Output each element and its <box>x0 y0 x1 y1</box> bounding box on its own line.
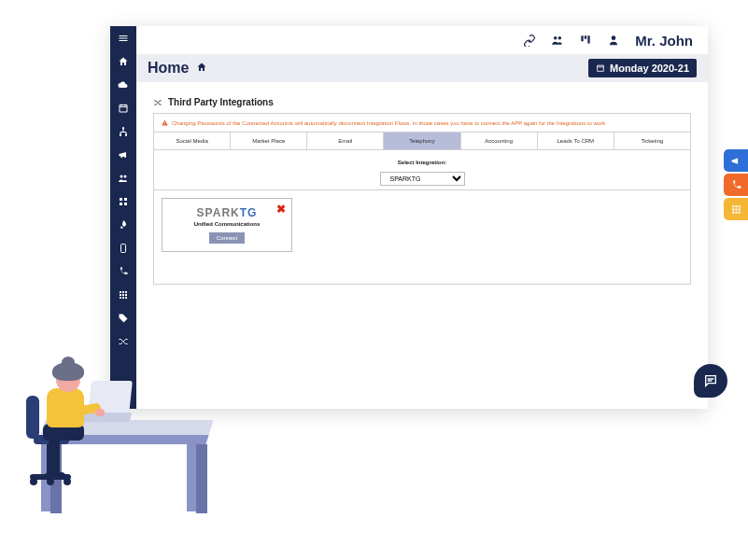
tab-email[interactable]: Email <box>307 133 384 149</box>
dashboard-icon[interactable] <box>579 34 592 47</box>
sidebar <box>110 26 136 409</box>
fab-announce-icon[interactable] <box>724 149 748 172</box>
topbar: Mr. John <box>136 26 708 54</box>
link-icon[interactable] <box>523 34 536 47</box>
close-icon[interactable]: ✖ <box>276 203 286 216</box>
side-fab-column <box>724 149 748 220</box>
user-name[interactable]: Mr. John <box>635 33 693 49</box>
home-icon[interactable] <box>117 55 130 68</box>
users-icon[interactable] <box>117 172 130 185</box>
date-badge[interactable]: Monday 2020-21 <box>588 59 697 77</box>
warning-banner: Changing Passwords of the Connected Acco… <box>154 114 690 133</box>
phone-icon[interactable] <box>117 265 130 278</box>
tab-row: Social Media Market Place Email Telephon… <box>154 133 690 150</box>
rocket-icon[interactable] <box>117 218 130 231</box>
tab-ticketing[interactable]: Ticketing <box>614 133 690 149</box>
app-window: Mr. John Home Monday 2020-21 Third Party… <box>110 26 708 409</box>
fab-call-icon[interactable] <box>724 174 748 196</box>
tab-social-media[interactable]: Social Media <box>154 133 231 149</box>
tab-telephony[interactable]: Telephony <box>384 133 460 149</box>
desk-illustration <box>6 355 211 551</box>
tab-accounting[interactable]: Accounting <box>461 133 538 149</box>
apps-icon[interactable] <box>117 288 130 301</box>
cards-area: ✖ SPARKTG Unified Communications Connect <box>154 190 690 284</box>
menu-icon[interactable] <box>117 32 130 45</box>
calendar-icon[interactable] <box>117 102 130 115</box>
integration-card: ✖ SPARKTG Unified Communications Connect <box>162 198 292 252</box>
integrations-panel: Changing Passwords of the Connected Acco… <box>153 113 691 285</box>
tab-market-place[interactable]: Market Place <box>231 133 307 149</box>
warning-icon <box>162 119 168 126</box>
breadcrumb-home-icon[interactable] <box>196 60 207 77</box>
chat-icon <box>703 373 718 388</box>
connect-button[interactable]: Connect <box>209 232 245 244</box>
card-brand: SPARKTG <box>170 206 284 219</box>
panel-title: Third Party Integrations <box>153 97 691 107</box>
shuffle-small-icon <box>153 98 162 107</box>
fab-grid-icon[interactable] <box>724 198 748 220</box>
grid-icon[interactable] <box>117 195 130 208</box>
select-row: Select Integration: SPARKTG <box>154 150 690 190</box>
main-area: Mr. John Home Monday 2020-21 Third Party… <box>136 26 708 409</box>
tab-leads-to-crm[interactable]: Leads To CRM <box>538 133 614 149</box>
chat-button[interactable] <box>694 364 727 398</box>
page-bar: Home Monday 2020-21 <box>136 54 708 82</box>
warning-text: Changing Passwords of the Connected Acco… <box>172 120 605 126</box>
mobile-icon[interactable] <box>117 242 130 255</box>
calendar-small-icon <box>596 63 605 73</box>
tag-icon[interactable] <box>117 312 130 325</box>
svg-rect-0 <box>121 245 126 253</box>
group-icon[interactable] <box>551 34 564 47</box>
date-text: Monday 2020-21 <box>610 63 689 74</box>
megaphone-icon[interactable] <box>117 148 130 161</box>
user-icon[interactable] <box>607 34 620 47</box>
shuffle-icon[interactable] <box>117 335 130 348</box>
hierarchy-icon[interactable] <box>117 125 130 138</box>
content: Third Party Integrations Changing Passwo… <box>136 82 708 300</box>
cloud-icon[interactable] <box>117 78 130 91</box>
page-title: Home <box>148 60 189 77</box>
integration-select[interactable]: SPARKTG <box>380 172 465 186</box>
card-subtitle: Unified Communications <box>170 221 284 227</box>
select-label: Select Integration: <box>380 160 465 165</box>
